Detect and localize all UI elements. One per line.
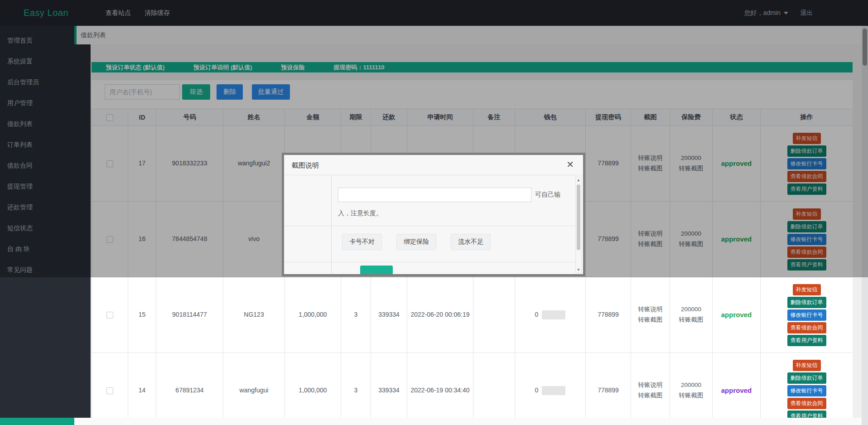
name-cell: NG123 (223, 277, 285, 353)
action-button[interactable]: 查看用户资料 (787, 335, 826, 346)
row-select-cell (92, 353, 128, 418)
modal-form: 可自己输 入，注意长度。 (332, 176, 575, 274)
modal-title: 截图说明 (284, 155, 583, 175)
wallet-pill (542, 310, 565, 319)
modal-body: 可自己输 入，注意长度。 卡号不对绑定保险流水不足 ▲ ▼ (284, 176, 583, 274)
note-cell (473, 353, 515, 418)
screenshot-cell: 转账说明转账截图 (631, 353, 670, 418)
apply-time-cell: 2022-06-19 00:34:40 (407, 353, 473, 418)
withdraw-password-cell: 778899 (586, 277, 631, 353)
wallet-cell: 0 (515, 353, 586, 418)
modal-divider-1 (285, 226, 575, 226)
modal-scrollbar-thumb[interactable] (577, 184, 580, 250)
note-hint-below: 入，注意长度。 (338, 209, 575, 217)
app-root: Easy Loan 查看站点清除缓存 您好，admin 退出 管理首页系统设置后… (0, 0, 868, 425)
status-cell: approved (713, 277, 761, 353)
screenshot-link[interactable]: 转账截图 (631, 315, 670, 325)
phone-cell: 9018114477 (156, 277, 223, 353)
wallet-value: 0 (535, 386, 539, 394)
action-button[interactable]: 修改银行卡号 (787, 309, 826, 321)
amount-cell: 1,000,000 (285, 277, 341, 353)
action-button[interactable]: 删除借款订单 (787, 297, 826, 308)
table-row: 159018114477NG1231,000,00033393342022-06… (92, 277, 853, 353)
name-cell: wangfugui (223, 353, 285, 418)
note-input[interactable] (338, 188, 531, 202)
apply-time-cell: 2022-06-20 00:06:19 (407, 277, 473, 353)
phone-cell: 67891234 (156, 353, 223, 418)
action-button[interactable]: 查看用户资料 (787, 411, 826, 418)
insurance-cell: 200000转账截图 (670, 353, 713, 418)
screenshot-cell: 转账说明转账截图 (631, 277, 670, 353)
action-button[interactable]: 查看借款合同 (787, 398, 826, 409)
id-cell: 15 (128, 277, 156, 353)
term-cell: 3 (341, 277, 371, 353)
action-button[interactable]: 修改银行卡号 (787, 385, 826, 396)
repay-cell: 339334 (371, 277, 407, 353)
scroll-up-icon[interactable]: ▲ (576, 178, 581, 182)
action-button[interactable]: 补发短信 (793, 360, 821, 371)
quick-note-buttons: 卡号不对绑定保险流水不足 (342, 234, 505, 250)
status-badge: approved (721, 311, 752, 319)
quick-note-button[interactable]: 绑定保险 (396, 234, 436, 250)
screenshot-link[interactable]: 转账截图 (631, 391, 670, 401)
bottom-strip (74, 418, 868, 425)
screenshot-link[interactable]: 转账说明 (631, 380, 670, 391)
screenshot-link[interactable]: 转账说明 (631, 304, 670, 315)
term-cell: 3 (341, 353, 371, 418)
scroll-down-icon[interactable]: ▼ (576, 268, 581, 272)
modal-scrollbar[interactable]: ▲ ▼ (575, 177, 582, 273)
insurance-screenshot-link[interactable]: 转账截图 (670, 315, 712, 325)
action-button[interactable]: 补发短信 (793, 284, 821, 295)
wallet-pill (542, 386, 565, 395)
action-button[interactable]: 删除借款订单 (787, 372, 826, 384)
modal-divider-2 (285, 262, 575, 262)
confirm-button[interactable] (360, 266, 393, 274)
actions-cell: 补发短信删除借款订单修改银行卡号查看借款合同查看用户资料 (761, 353, 853, 418)
quick-note-button[interactable]: 流水不足 (451, 234, 491, 250)
row-select-cell (92, 277, 128, 353)
wallet-value: 0 (535, 311, 539, 318)
actions-cell: 补发短信删除借款订单修改银行卡号查看借款合同查看用户资料 (761, 277, 853, 353)
close-icon[interactable]: ✕ (566, 159, 574, 170)
id-cell: 14 (128, 353, 156, 418)
row-checkbox[interactable] (106, 312, 113, 319)
modal-title-bar: 截图说明 ✕ (284, 155, 583, 175)
action-button[interactable]: 查看借款合同 (787, 322, 826, 333)
status-badge: approved (721, 386, 752, 394)
amount-cell: 1,000,000 (285, 353, 341, 418)
wallet-cell: 0 (515, 277, 586, 353)
insurance-cell: 200000转账截图 (670, 277, 713, 353)
note-hint-inline: 可自己输 (535, 191, 560, 199)
repay-cell: 339334 (371, 353, 407, 418)
quick-note-button[interactable]: 卡号不对 (342, 234, 382, 250)
row-checkbox[interactable] (106, 387, 113, 394)
insurance-amount: 200000 (670, 304, 712, 315)
insurance-amount: 200000 (670, 380, 712, 391)
table-row: 1467891234wangfugui1,000,00033393342022-… (92, 353, 853, 418)
note-cell (473, 277, 515, 353)
screenshot-note-modal: 截图说明 ✕ 可自己输 入，注意长度。 卡号不对绑定保险流水不足 ▲ ▼ (282, 153, 585, 276)
withdraw-password-cell: 778899 (586, 353, 631, 418)
sidebar-toggle[interactable] (0, 418, 74, 425)
status-cell: approved (713, 353, 761, 418)
insurance-screenshot-link[interactable]: 转账截图 (670, 391, 712, 401)
